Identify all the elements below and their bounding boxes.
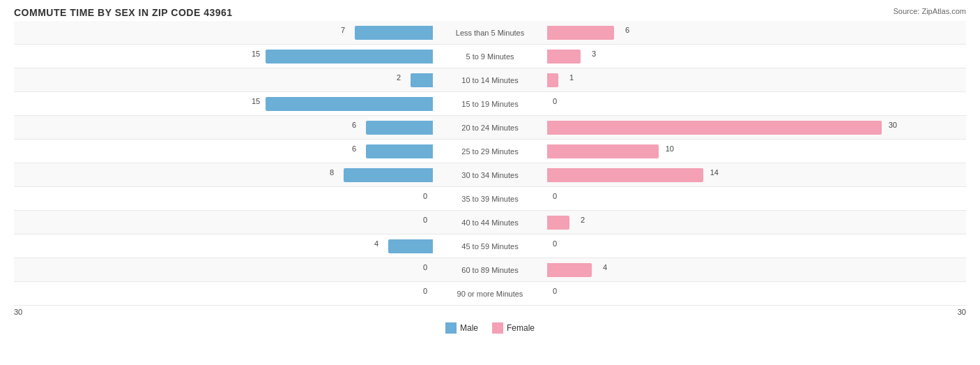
female-bar: 6 bbox=[547, 26, 614, 40]
male-bar: 15 bbox=[266, 97, 433, 111]
female-value: 2 bbox=[581, 216, 585, 224]
legend-male: Male bbox=[445, 322, 478, 334]
female-bar: 14 bbox=[547, 168, 703, 182]
female-label: Female bbox=[507, 323, 535, 333]
female-bar: 3 bbox=[547, 50, 581, 64]
axis-labels: 30 30 bbox=[14, 306, 966, 318]
table-row: 15015 to 19 Minutes bbox=[14, 92, 966, 116]
male-value: 4 bbox=[374, 239, 378, 248]
table-row: 0240 to 44 Minutes bbox=[14, 211, 966, 234]
table-row: 81430 to 34 Minutes bbox=[14, 163, 966, 187]
male-bar: 6 bbox=[366, 144, 433, 158]
row-label: 35 to 39 Minutes bbox=[436, 195, 544, 203]
male-value: 0 bbox=[423, 263, 427, 271]
male-bar: 6 bbox=[366, 121, 433, 135]
male-bar: 15 bbox=[266, 50, 433, 64]
row-label: Less than 5 Minutes bbox=[436, 29, 544, 37]
male-value: 2 bbox=[397, 73, 401, 82]
axis-left-label: 30 bbox=[14, 308, 22, 316]
female-bar: 30 bbox=[547, 121, 882, 135]
female-value: 0 bbox=[553, 239, 557, 248]
row-label: 15 to 19 Minutes bbox=[436, 100, 544, 108]
female-bar: 10 bbox=[547, 144, 659, 158]
male-value: 7 bbox=[341, 26, 345, 34]
male-value: 0 bbox=[423, 192, 427, 200]
male-value: 15 bbox=[252, 50, 260, 58]
source-text: Source: ZipAtlas.com bbox=[893, 7, 966, 15]
female-bar: 4 bbox=[547, 263, 592, 277]
chart-title: COMMUTE TIME BY SEX IN ZIP CODE 43961 bbox=[14, 7, 966, 18]
row-label: 60 to 89 Minutes bbox=[436, 266, 544, 274]
male-value: 0 bbox=[423, 216, 427, 224]
table-row: 76Less than 5 Minutes bbox=[14, 21, 966, 45]
row-label: 40 to 44 Minutes bbox=[436, 218, 544, 227]
axis-right-label: 30 bbox=[958, 308, 966, 316]
male-bar: 8 bbox=[344, 168, 433, 182]
female-value: 0 bbox=[553, 97, 557, 105]
row-label: 45 to 59 Minutes bbox=[436, 242, 544, 251]
table-row: 61025 to 29 Minutes bbox=[14, 140, 966, 163]
row-label: 25 to 29 Minutes bbox=[436, 147, 544, 156]
table-row: 1535 to 9 Minutes bbox=[14, 45, 966, 68]
table-row: 4045 to 59 Minutes bbox=[14, 234, 966, 258]
row-label: 90 or more Minutes bbox=[436, 290, 544, 298]
male-value: 8 bbox=[330, 168, 334, 177]
table-row: 0460 to 89 Minutes bbox=[14, 258, 966, 282]
male-bar: 7 bbox=[355, 26, 433, 40]
table-row: 0090 or more Minutes bbox=[14, 282, 966, 306]
male-bar: 2 bbox=[411, 73, 433, 87]
female-bar: 1 bbox=[547, 73, 558, 87]
male-swatch bbox=[445, 322, 457, 334]
female-bar: 2 bbox=[547, 216, 569, 230]
table-row: 2110 to 14 Minutes bbox=[14, 68, 966, 92]
legend: Male Female bbox=[14, 322, 966, 334]
male-label: Male bbox=[460, 323, 478, 333]
female-value: 14 bbox=[710, 168, 719, 177]
chart-container: COMMUTE TIME BY SEX IN ZIP CODE 43961 So… bbox=[0, 0, 980, 365]
row-label: 10 to 14 Minutes bbox=[436, 76, 544, 84]
female-value: 6 bbox=[625, 26, 629, 34]
male-bar: 4 bbox=[388, 239, 433, 253]
row-label: 20 to 24 Minutes bbox=[436, 124, 544, 132]
row-label: 30 to 34 Minutes bbox=[436, 171, 544, 179]
male-value: 6 bbox=[352, 144, 356, 153]
female-value: 10 bbox=[666, 144, 674, 153]
male-value: 6 bbox=[352, 121, 356, 129]
male-value: 0 bbox=[423, 287, 427, 295]
female-value: 0 bbox=[553, 192, 557, 200]
female-value: 4 bbox=[603, 263, 607, 271]
female-value: 0 bbox=[553, 287, 557, 295]
female-value: 1 bbox=[569, 73, 574, 82]
table-row: 63020 to 24 Minutes bbox=[14, 116, 966, 140]
female-value: 30 bbox=[889, 121, 897, 129]
legend-female: Female bbox=[492, 322, 535, 334]
bars-area: 76Less than 5 Minutes1535 to 9 Minutes21… bbox=[14, 21, 966, 306]
row-label: 5 to 9 Minutes bbox=[436, 52, 544, 61]
female-value: 3 bbox=[592, 50, 596, 58]
table-row: 0035 to 39 Minutes bbox=[14, 187, 966, 211]
male-value: 15 bbox=[252, 97, 260, 105]
female-swatch bbox=[492, 322, 503, 334]
